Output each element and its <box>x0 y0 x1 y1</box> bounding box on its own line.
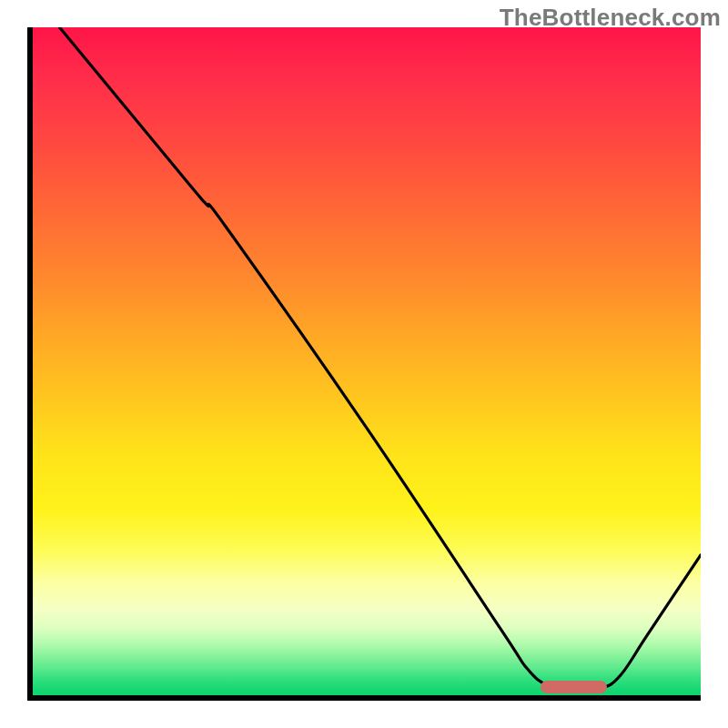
plot-area <box>27 27 701 701</box>
bottleneck-curve-svg <box>33 27 701 695</box>
bottleneck-curve-path <box>59 27 701 691</box>
watermark-label: TheBottleneck.com <box>500 4 721 32</box>
optimal-range-marker <box>541 681 607 693</box>
chart-container: TheBottleneck.com <box>0 0 728 728</box>
